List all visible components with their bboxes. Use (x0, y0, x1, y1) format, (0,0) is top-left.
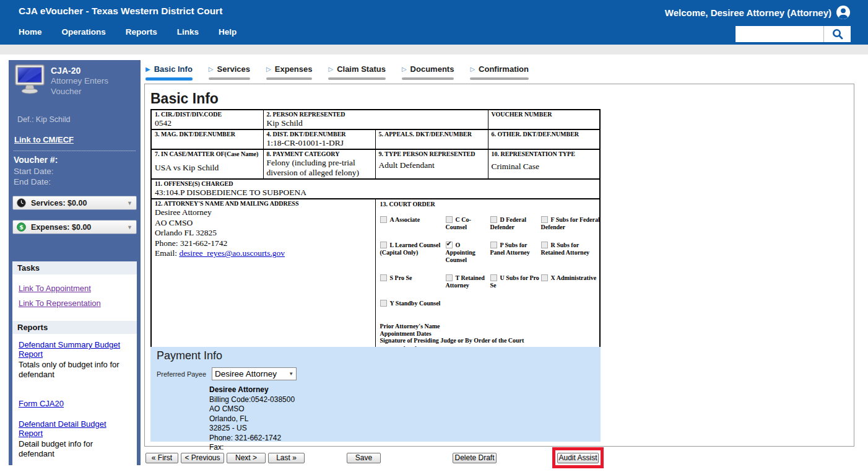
delete-draft-button[interactable]: Delete Draft (453, 453, 497, 463)
checkbox[interactable] (541, 216, 548, 223)
nav-home[interactable]: Home (19, 27, 42, 37)
tab-documents[interactable]: ▷Documents (402, 64, 463, 81)
user-avatar-icon[interactable] (836, 5, 851, 20)
tab-underline (266, 77, 312, 80)
link-to-appointment[interactable]: Link To Appointment (19, 284, 131, 293)
basic-info-form-table: 1. CIR./DIST/DIV.CODE 0542 2. PERSON REP… (150, 109, 601, 385)
field-attorney-name-address: 12. ATTORNEY'S NAME AND MAILING ADDRESS … (151, 199, 375, 348)
court-order-option: L Learned Counsel (Capital Only) (380, 242, 445, 264)
checkbox[interactable] (541, 242, 548, 248)
end-date-label: End Date: (14, 177, 51, 186)
field-dist-dkt: 4. DIST. DKT/DEF.NUMBER 1:18-CR-01001-1-… (263, 129, 375, 149)
tab-confirmation[interactable]: ▷Confirmation (470, 64, 537, 81)
tab-services[interactable]: ▷Services (209, 64, 259, 81)
tab-arrow-icon: ▷ (470, 66, 475, 72)
checkbox[interactable] (380, 274, 387, 281)
spacer (19, 467, 131, 472)
tab-expenses[interactable]: ▷Expenses (266, 64, 321, 81)
checkbox[interactable] (541, 274, 548, 281)
link-to-representation[interactable]: Link To Representation (19, 299, 131, 308)
next-button[interactable]: Next > (227, 453, 266, 463)
nav-reports[interactable]: Reports (126, 27, 157, 37)
tab-underline (470, 77, 529, 80)
previous-button[interactable]: < Previous (181, 453, 224, 463)
report-defendant-summary-budget[interactable]: Defendant Summary Budget Report (19, 340, 131, 359)
voucher-number-label: Voucher #: (14, 155, 58, 165)
court-order-option: R Subs for Retained Attorney (541, 242, 601, 264)
payee-details: Desiree Attorney Billing Code:0542-03850… (209, 385, 295, 453)
first-button[interactable]: « First (145, 453, 178, 463)
court-order-option: D Federal Defender (490, 216, 540, 231)
tab-basic-info[interactable]: ▶Basic Info (145, 64, 201, 81)
report-desc: Totals only of budget info for defendant (19, 360, 131, 380)
attorney-email-link[interactable]: desiree_reyes@ao.uscourts.gov (179, 248, 285, 258)
dollar-icon: $ (17, 222, 26, 232)
report-form-cja20[interactable]: Form CJA20 (19, 399, 131, 408)
svg-text:$: $ (19, 224, 24, 230)
checkbox[interactable] (490, 274, 497, 281)
search-widget (736, 26, 851, 42)
checkbox[interactable] (446, 216, 453, 223)
court-order-option: X Administrative (541, 274, 601, 289)
chevron-down-icon: ▼ (127, 224, 132, 230)
court-order-option: A Associate (380, 216, 445, 231)
field-type-person-represented: 9. TYPE PERSON REPRESENTED Adult Defenda… (375, 149, 488, 179)
checkbox[interactable] (490, 242, 497, 248)
chevron-down-icon: ▼ (127, 200, 132, 206)
field-offenses-charged: 11. OFFENSE(S) CHARGED 43:104.P DISOBEDI… (151, 179, 600, 199)
reports-box: Reports Defendant Summary Budget Report … (12, 321, 137, 472)
tab-arrow-icon: ▷ (328, 66, 333, 72)
prior-attorney-label: Prior Attorney's Name (380, 323, 596, 330)
defendant-label: Def.: Kip Schild (17, 115, 70, 124)
court-order-option: O Appointing Counsel (446, 242, 489, 264)
expenses-accordion[interactable]: $ Expenses: $0.00 ▼ (12, 220, 137, 234)
checkbox[interactable] (380, 216, 387, 223)
app-title: CJA eVoucher - Texas Western District Co… (19, 6, 222, 17)
search-input[interactable] (736, 26, 823, 42)
court-order-option: T Retained Attorney (446, 274, 489, 289)
checkbox[interactable] (446, 274, 453, 281)
field-other-dkt: 6. OTHER. DKT/DEF.NUMBER (488, 129, 600, 149)
court-order-option: P Subs for Panel Attorney (490, 242, 540, 264)
field-mag-dkt: 3. MAG. DKT/DEF.NUMBER (151, 129, 263, 149)
main-nav: Home Operations Reports Links Help (19, 27, 237, 37)
sidebar-divider (14, 151, 136, 151)
welcome-text: Welcome, Desiree Attorney (Attorney) (665, 7, 831, 18)
nav-operations[interactable]: Operations (62, 27, 106, 37)
services-total: Services: $0.00 (31, 199, 87, 208)
reports-title: Reports (12, 321, 137, 334)
tab-arrow-icon: ▷ (209, 66, 214, 72)
checkbox[interactable] (380, 300, 387, 307)
cmecf-link[interactable]: Link to CM/ECF (14, 135, 74, 144)
checkbox[interactable] (446, 242, 453, 248)
nav-links[interactable]: Links (177, 27, 199, 37)
preferred-payee-label: Preferred Payee (157, 370, 206, 378)
checkbox[interactable] (490, 216, 497, 223)
checkbox[interactable] (380, 242, 387, 248)
clock-icon (17, 198, 26, 208)
audit-assist-button[interactable]: Audit Assist (557, 453, 599, 463)
services-accordion[interactable]: Services: $0.00 ▼ (12, 196, 137, 210)
tasks-box: Tasks Link To Appointment Link To Repres… (12, 261, 137, 321)
save-button[interactable]: Save (347, 453, 381, 463)
tab-claim-status[interactable]: ▷Claim Status (328, 64, 394, 81)
payment-info-title: Payment Info (157, 349, 222, 362)
report-desc: Detail budget info for defendant (19, 439, 131, 459)
tab-arrow-icon: ▶ (145, 66, 150, 72)
search-button[interactable] (823, 26, 851, 42)
spacer (19, 408, 131, 417)
audit-assist-highlight: Audit Assist (552, 447, 604, 468)
tab-underline (328, 77, 385, 80)
appointment-dates-label: Appointment Dates (380, 330, 596, 338)
tab-underline (402, 77, 454, 80)
search-icon (832, 28, 843, 40)
voucher-tabs: ▶Basic Info ▷Services ▷Expenses ▷Claim S… (145, 64, 537, 81)
nav-help[interactable]: Help (219, 27, 237, 37)
court-order-option: C Co-Counsel (446, 216, 489, 231)
preferred-payee-select[interactable]: Desiree Attorney ▼ (212, 367, 297, 380)
court-order-option: S Pro Se (380, 274, 445, 289)
spacer (19, 388, 131, 396)
report-defendant-detail-budget[interactable]: Defendant Detail Budget Report (19, 419, 131, 438)
last-button[interactable]: Last » (268, 453, 305, 463)
court-order-option: U Subs for Pro Se (490, 274, 540, 289)
